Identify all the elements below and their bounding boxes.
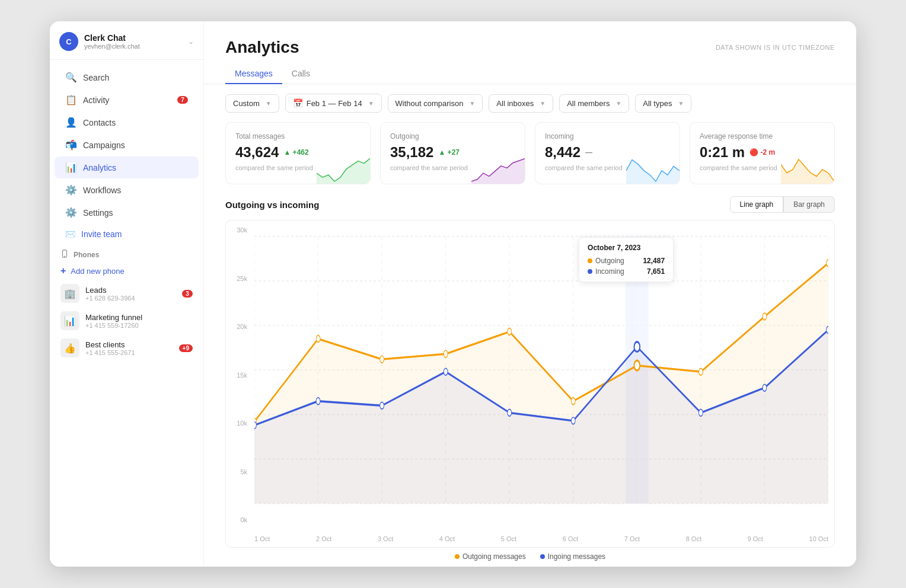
sidebar-item-contacts[interactable]: 👤 Contacts [55, 111, 199, 133]
phone-name-1: Marketing funnel [85, 313, 193, 322]
phones-label: Phones [55, 245, 199, 262]
inbox-filter[interactable]: All inboxes ▼ [489, 94, 553, 113]
main-header: Analytics DATA SHOWN IS IN UTC TIMEZONE [204, 21, 856, 57]
sparkline-1 [471, 154, 525, 184]
stat-label-1: Outgoing [390, 132, 515, 140]
main-content: Analytics DATA SHOWN IS IN UTC TIMEZONE … [204, 21, 856, 567]
svg-point-24 [508, 328, 512, 335]
chart-container: 30k25k20k15k10k5k0k 1 Oct2 Oct3 Oct4 Oct… [225, 220, 835, 548]
activity-icon: 📋 [65, 94, 77, 106]
utc-timezone-label: DATA SHOWN IS IN UTC TIMEZONE [716, 44, 835, 51]
tooltip-incoming-value: 7,651 [647, 267, 665, 276]
invite-team-label: Invite team [81, 229, 122, 239]
chevron-down-icon[interactable]: ⌄ [188, 37, 194, 46]
phone-number-1: +1 415 559-17260 [85, 322, 193, 329]
period-filter[interactable]: Custom ▼ [225, 94, 279, 113]
x-label: 9 Oct [748, 535, 763, 542]
sparkline-3 [781, 154, 834, 184]
svg-point-27 [699, 368, 703, 375]
phone-item-1[interactable]: 📊 Marketing funnel +1 415 559-17260 [55, 307, 199, 334]
svg-point-28 [763, 313, 767, 320]
svg-point-31 [316, 398, 320, 405]
sidebar-header[interactable]: C Clerk Chat yevhen@clerk.chat ⌄ [50, 21, 203, 60]
date-range-filter[interactable]: 📅 Feb 1 — Feb 14 ▼ [285, 94, 382, 113]
svg-point-30 [254, 421, 256, 429]
search-icon: 🔍 [65, 72, 77, 83]
comparison-label: Without comparison [395, 99, 464, 108]
x-label: 1 Oct [254, 535, 270, 542]
sidebar: C Clerk Chat yevhen@clerk.chat ⌄ 🔍 Searc… [50, 21, 204, 567]
phone-name-2: Best clients [85, 340, 173, 349]
invite-icon: ✉️ [65, 229, 75, 239]
filters-row: Custom ▼ 📅 Feb 1 — Feb 14 ▼ Without comp… [204, 84, 856, 122]
svg-point-39 [827, 327, 828, 334]
phone-avatar-2: 👍 [60, 338, 79, 357]
y-label: 15k [226, 372, 251, 379]
members-label: All members [567, 99, 610, 108]
stat-change-1: ▲ +27 [438, 148, 460, 156]
stat-label-3: Average response time [700, 132, 825, 140]
app-email: yevhen@clerk.chat [84, 43, 140, 50]
svg-point-29 [827, 260, 828, 267]
chart-tooltip: October 7, 2023 Outgoing 12,487 Incoming [579, 237, 674, 282]
tooltip-date: October 7, 2023 [588, 244, 665, 252]
invite-team-button[interactable]: ✉️ Invite team [55, 224, 199, 244]
tab-calls[interactable]: Calls [282, 64, 320, 84]
phone-item-0[interactable]: 🏢 Leads +1 628 629-3964 3 [55, 280, 199, 307]
sidebar-item-campaigns[interactable]: 📬 Campaigns [55, 134, 199, 156]
members-filter[interactable]: All members ▼ [559, 94, 629, 113]
sidebar-item-workflows[interactable]: ⚙️ Workflows [55, 179, 199, 201]
legend-dot [455, 554, 460, 559]
analytics-icon: 📊 [65, 162, 77, 173]
avatar: C [59, 32, 78, 51]
types-chevron-icon: ▼ [678, 100, 684, 107]
stat-value-0: 43,624 [235, 144, 279, 161]
sidebar-item-settings[interactable]: ⚙️ Settings [55, 202, 199, 223]
campaigns-icon: 📬 [65, 139, 77, 151]
members-chevron-icon: ▼ [615, 100, 621, 107]
phone-number-0: +1 628 629-3964 [85, 295, 176, 302]
sidebar-item-analytics[interactable]: 📊 Analytics [55, 156, 199, 178]
stat-value-3: 0:21 m [700, 144, 745, 161]
legend-dot [540, 554, 545, 559]
chart-toggles: Line graph Bar graph [730, 196, 835, 213]
svg-point-38 [763, 384, 767, 391]
x-label: 2 Oct [316, 535, 331, 542]
stat-card-3: Average response time 0:21 m 🔴 -2 m comp… [690, 122, 835, 184]
tooltip-outgoing-dot [588, 258, 592, 263]
svg-point-32 [380, 402, 384, 409]
bar-graph-toggle[interactable]: Bar graph [783, 196, 835, 213]
x-label: 10 Oct [809, 535, 828, 542]
stat-value-2: 8,442 [545, 144, 580, 161]
phone-avatar-1: 📊 [60, 311, 79, 330]
nav-label: Campaigns [83, 140, 125, 150]
add-phone-label: Add new phone [71, 267, 124, 276]
sidebar-item-activity[interactable]: 📋 Activity 7 [55, 89, 199, 111]
svg-point-22 [380, 356, 384, 363]
x-label: 6 Oct [563, 535, 578, 542]
nav-label: Activity [83, 95, 109, 105]
line-graph-toggle[interactable]: Line graph [730, 196, 784, 213]
inbox-label: All inboxes [496, 99, 534, 108]
phone-item-2[interactable]: 👍 Best clients +1 415 555-2671 +9 [55, 334, 199, 362]
svg-point-34 [508, 409, 512, 416]
types-filter[interactable]: All types ▼ [635, 94, 691, 113]
comparison-filter[interactable]: Without comparison ▼ [388, 94, 483, 113]
badge-activity: 7 [177, 96, 188, 104]
workflows-icon: ⚙️ [65, 184, 77, 196]
plus-icon: + [60, 266, 66, 276]
sidebar-item-search[interactable]: 🔍 Search [55, 66, 199, 88]
y-label: 5k [226, 468, 251, 475]
nav-label: Workflows [83, 186, 121, 195]
svg-point-37 [699, 409, 703, 416]
phone-badge-2: +9 [179, 344, 193, 352]
chart-header: Outgoing vs incoming Line graph Bar grap… [225, 196, 835, 213]
nav-label: Settings [83, 208, 113, 218]
tab-messages[interactable]: Messages [225, 64, 282, 84]
chart-legend: Outgoing messagesIngoing messages [225, 552, 835, 561]
phone-avatar-0: 🏢 [60, 284, 79, 303]
y-label: 25k [226, 275, 251, 282]
add-phone-button[interactable]: + Add new phone [55, 262, 199, 280]
svg-point-36 [634, 342, 640, 352]
tooltip-outgoing-label: Outgoing [595, 257, 624, 265]
